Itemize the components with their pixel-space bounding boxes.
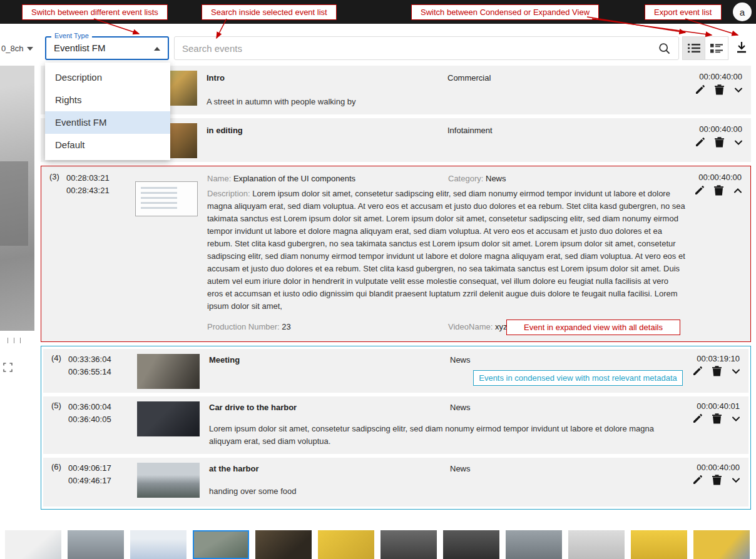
- event-category: Infotainment: [447, 126, 493, 135]
- edit-icon[interactable]: [692, 475, 703, 485]
- name-label: Name:: [207, 174, 231, 183]
- fullscreen-icon[interactable]: [3, 363, 13, 372]
- event-actions: [695, 137, 743, 148]
- filmstrip-thumbnail-7[interactable]: [381, 530, 437, 559]
- event-duration: 00:00:40:01: [697, 401, 740, 411]
- filmstrip-thumbnail-9[interactable]: [506, 530, 562, 559]
- event-row-meeting[interactable]: (4) 00:33:36:04 00:36:55:14 Meeting News…: [43, 349, 748, 393]
- search-bar: [174, 36, 679, 60]
- event-name-line: Name: Explanation of the UI components: [207, 174, 355, 183]
- event-number: (6): [51, 462, 61, 471]
- video-preview: [0, 66, 34, 331]
- search-input[interactable]: [182, 38, 645, 59]
- event-type-value: Eventlist FM: [54, 43, 106, 53]
- event-number: (3): [49, 172, 59, 181]
- expanded-view-button[interactable]: [705, 36, 728, 60]
- category-label: Category:: [448, 174, 483, 183]
- delete-icon[interactable]: [712, 475, 722, 485]
- timecode-out: 00:36:55:14: [68, 366, 111, 378]
- timecode-in: 00:36:00:04: [68, 401, 111, 413]
- event-title: in editing: [207, 126, 243, 135]
- filmstrip: [5, 530, 750, 559]
- app-window: Switch between different event lists Sea…: [0, 0, 756, 559]
- event-duration: 00:00:40:00: [699, 72, 742, 81]
- chevron-down-icon[interactable]: [733, 138, 743, 148]
- delete-icon[interactable]: [712, 366, 722, 376]
- ruler-tick: [8, 338, 8, 343]
- condensed-view-icon: [688, 44, 700, 53]
- dropdown-item-rights[interactable]: Rights: [45, 89, 170, 111]
- edit-icon[interactable]: [692, 366, 703, 376]
- event-number: (5): [51, 401, 61, 410]
- timeline-ruler: [8, 338, 21, 343]
- production-number-label: Production Number:: [207, 322, 280, 331]
- edit-icon[interactable]: [695, 84, 705, 95]
- dropdown-item-eventlist-fm[interactable]: Eventlist FM: [45, 111, 170, 134]
- expanded-view-icon: [710, 44, 723, 53]
- event-description: Lorem ipsum dolor sit amet, consetetur s…: [209, 423, 660, 448]
- annotation-expanded-view: Event in expanded view with all details: [506, 320, 680, 335]
- event-title: Intro: [207, 73, 225, 83]
- event-thumbnail: [137, 401, 200, 436]
- clip-selector[interactable]: 0_8ch: [1, 44, 33, 53]
- dropdown-item-default[interactable]: Default: [45, 134, 170, 156]
- event-thumbnail: [137, 463, 200, 498]
- event-actions: [692, 475, 741, 485]
- event-actions: [692, 366, 741, 376]
- chevron-up-icon[interactable]: [733, 186, 743, 196]
- delete-icon[interactable]: [712, 413, 722, 424]
- filmstrip-thumbnail-6[interactable]: [318, 530, 374, 559]
- avatar[interactable]: a: [733, 3, 752, 21]
- delete-icon[interactable]: [714, 185, 723, 196]
- event-title: Meeting: [209, 355, 240, 365]
- filmstrip-thumbnail-11[interactable]: [631, 530, 687, 559]
- event-row-at-harbor[interactable]: (6) 00:49:06:17 00:49:46:17 at the harbo…: [43, 458, 748, 506]
- filmstrip-thumbnail-8[interactable]: [443, 530, 499, 559]
- dropdown-item-description[interactable]: Description: [45, 66, 170, 89]
- event-title: Car drive to the harbor: [209, 403, 297, 412]
- event-description: A street in autumn with people walking b…: [207, 96, 355, 108]
- annotation-condensed-view: Events in condensed view with most relev…: [473, 370, 683, 386]
- chevron-down-icon[interactable]: [733, 85, 743, 95]
- filmstrip-thumbnail-3[interactable]: [130, 530, 186, 559]
- chevron-down-icon[interactable]: [731, 414, 741, 424]
- filmstrip-thumbnail-5[interactable]: [255, 530, 312, 559]
- event-category: News: [450, 403, 471, 412]
- delete-icon[interactable]: [715, 84, 724, 95]
- event-duration: 00:00:40:00: [698, 173, 742, 182]
- event-category: News: [450, 355, 471, 365]
- view-toggle-group: [682, 36, 728, 60]
- edit-icon[interactable]: [694, 185, 705, 196]
- ruler-tick: [20, 338, 21, 343]
- event-duration: 00:00:40:00: [697, 463, 740, 472]
- event-row-expanded[interactable]: (3) 00:28:03:21 00:28:43:21 Name: Explan…: [41, 166, 751, 342]
- production-number-value: 23: [282, 322, 290, 331]
- export-download-icon[interactable]: [735, 40, 748, 54]
- filmstrip-thumbnail-12[interactable]: [693, 530, 750, 559]
- search-icon[interactable]: [658, 43, 671, 55]
- event-description-block: Description: Lorem ipsum dolor sit amet,…: [207, 188, 686, 313]
- edit-icon[interactable]: [695, 137, 705, 148]
- chevron-down-icon[interactable]: [731, 475, 741, 485]
- event-number: (4): [51, 353, 61, 363]
- delete-icon[interactable]: [715, 137, 724, 148]
- event-category: News: [486, 174, 506, 183]
- event-timecodes: 00:49:06:17 00:49:46:17: [68, 462, 111, 487]
- chevron-up-icon: [154, 47, 160, 51]
- event-type-floating-label: Event Type: [51, 32, 92, 39]
- filmstrip-thumbnail-4-selected[interactable]: [193, 530, 249, 559]
- timecode-in: 00:28:03:21: [66, 172, 110, 184]
- condensed-view-button[interactable]: [682, 36, 705, 60]
- clip-selector-label: 0_8ch: [1, 44, 23, 53]
- filmstrip-thumbnail-1[interactable]: [5, 530, 61, 559]
- video-name-value: xyz: [495, 322, 508, 331]
- event-description: Lorem ipsum dolor sit amet, consetetur s…: [207, 189, 685, 311]
- event-type-select[interactable]: Event Type Eventlist FM: [45, 36, 169, 60]
- edit-icon[interactable]: [692, 413, 703, 424]
- chevron-down-icon[interactable]: [731, 366, 741, 376]
- filmstrip-thumbnail-10[interactable]: [568, 530, 625, 559]
- event-timecodes: 00:33:36:04 00:36:55:14: [68, 353, 111, 378]
- filmstrip-thumbnail-2[interactable]: [68, 530, 124, 559]
- event-row-car-drive[interactable]: (5) 00:36:00:04 00:36:40:05 Car drive to…: [43, 396, 748, 454]
- event-duration: 00:03:19:10: [697, 354, 740, 363]
